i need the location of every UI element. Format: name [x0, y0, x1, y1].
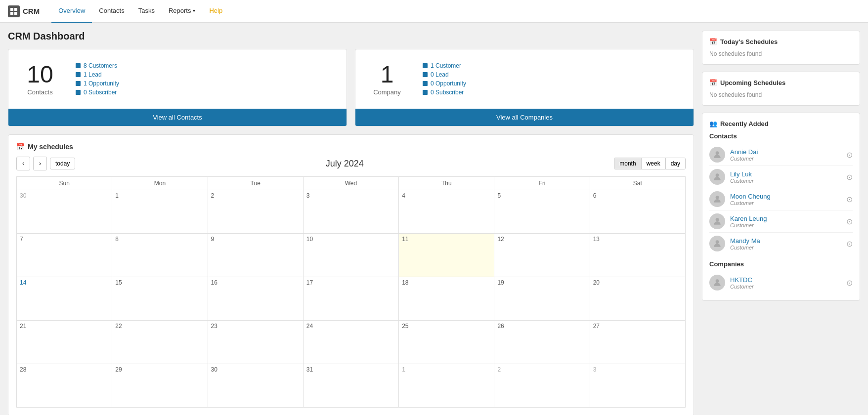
- view-all-companies-button[interactable]: View all Companies: [355, 109, 694, 126]
- nav-help[interactable]: Help: [202, 0, 229, 23]
- day-num: 31: [306, 366, 313, 373]
- svg-rect-3: [14, 12, 17, 15]
- calendar-day-w1d4[interactable]: 11: [399, 234, 494, 277]
- calendar-day-w1d6[interactable]: 13: [590, 234, 685, 277]
- calendar-card: 📅 My schedules ‹ › today July 2024 month…: [8, 134, 694, 415]
- calendar-day-w2d0[interactable]: 14: [17, 277, 112, 321]
- upcoming-schedules-empty: No schedules found: [709, 91, 853, 98]
- contact-item-1[interactable]: Lily Luk Customer ⊙: [709, 166, 853, 188]
- calendar-day-w3d4[interactable]: 25: [399, 321, 494, 364]
- calendar-day-w2d3[interactable]: 17: [303, 277, 398, 321]
- calendar-day-w1d2[interactable]: 9: [208, 234, 303, 277]
- calendar-day-w3d6[interactable]: 27: [590, 321, 685, 364]
- weekday-mon: Mon: [112, 177, 208, 190]
- companies-breakdown-0: 1 Customer: [423, 62, 466, 69]
- calendar-day-w0d3[interactable]: 3: [303, 190, 398, 234]
- contact-info-3: Karen Leung Customer: [730, 215, 846, 228]
- calendar-day-w2d4[interactable]: 18: [399, 277, 494, 321]
- companies-number-block: 1 Company: [367, 63, 407, 96]
- calendar-day-w0d4[interactable]: 4: [399, 190, 494, 234]
- dot-1: [76, 72, 81, 77]
- calendar-day-w0d0[interactable]: 30: [17, 190, 112, 234]
- calendar-day-w2d6[interactable]: 20: [590, 277, 685, 321]
- contacts-breakdown: 8 Customers 1 Lead 1 Opportunity 0: [76, 62, 119, 96]
- calendar-day-w4d6[interactable]: 3: [590, 364, 685, 408]
- calendar-day-w1d0[interactable]: 7: [17, 234, 112, 277]
- co-dot-1: [423, 72, 428, 77]
- calendar-day-w3d5[interactable]: 26: [494, 321, 590, 364]
- calendar-day-w0d5[interactable]: 5: [494, 190, 590, 234]
- company-action-0[interactable]: ⊙: [846, 278, 853, 288]
- cal-view-day[interactable]: day: [666, 158, 685, 169]
- cal-nav-group: ‹ › today: [16, 157, 75, 170]
- contact-action-3[interactable]: ⊙: [846, 217, 853, 226]
- cal-view-week[interactable]: week: [642, 158, 666, 169]
- calendar-day-w0d6[interactable]: 6: [590, 190, 685, 234]
- day-num: 28: [20, 366, 26, 373]
- cal-today-button[interactable]: today: [50, 158, 75, 169]
- calendar-day-w3d3[interactable]: 24: [303, 321, 398, 364]
- calendar-day-w4d5[interactable]: 2: [494, 364, 590, 408]
- companies-section-label: Companies: [709, 260, 853, 268]
- contact-item-4[interactable]: Mandy Ma Customer ⊙: [709, 233, 853, 254]
- co-dot-2: [423, 81, 428, 86]
- contact-action-1[interactable]: ⊙: [846, 172, 853, 182]
- calendar-day-w3d1[interactable]: 22: [112, 321, 208, 364]
- contact-action-2[interactable]: ⊙: [846, 195, 853, 204]
- svg-point-5: [716, 173, 719, 177]
- nav-tasks[interactable]: Tasks: [131, 0, 162, 23]
- calendar-day-w2d5[interactable]: 19: [494, 277, 590, 321]
- calendar-day-w1d3[interactable]: 10: [303, 234, 398, 277]
- companies-card: 1 Company 1 Customer 0 Lead: [355, 49, 694, 126]
- calendar-day-w4d1[interactable]: 29: [112, 364, 208, 408]
- calendar-day-w1d1[interactable]: 8: [112, 234, 208, 277]
- avatar-1: [709, 169, 725, 185]
- cal-view-month[interactable]: month: [614, 158, 641, 169]
- calendar-day-w0d2[interactable]: 2: [208, 190, 303, 234]
- calendar-day-w4d2[interactable]: 30: [208, 364, 303, 408]
- contact-item-2[interactable]: Moon Cheung Customer ⊙: [709, 188, 853, 210]
- calendar-day-w3d0[interactable]: 21: [17, 321, 112, 364]
- calendar-day-w0d1[interactable]: 1: [112, 190, 208, 234]
- avatar-2: [709, 191, 725, 207]
- contact-action-0[interactable]: ⊙: [846, 150, 853, 160]
- calendar-weekday-row: Sun Mon Tue Wed Thu Fri Sat: [17, 177, 686, 190]
- contacts-breakdown-3: 0 Subscriber: [76, 89, 119, 96]
- calendar-day-w2d2[interactable]: 16: [208, 277, 303, 321]
- calendar-day-w2d1[interactable]: 15: [112, 277, 208, 321]
- day-num: 26: [497, 323, 504, 330]
- companies-label: Company: [367, 88, 407, 96]
- cal-prev-button[interactable]: ‹: [16, 157, 30, 170]
- company-item-0[interactable]: HKTDC Customer ⊙: [709, 272, 853, 293]
- day-num: 5: [497, 192, 501, 199]
- nav-overview[interactable]: Overview: [51, 0, 92, 23]
- view-all-contacts-button[interactable]: View all Contacts: [8, 109, 347, 126]
- contact-type-4: Customer: [730, 245, 846, 250]
- calendar-day-w3d2[interactable]: 23: [208, 321, 303, 364]
- nav-contacts[interactable]: Contacts: [92, 0, 131, 23]
- contact-info-0: Annie Dai Customer: [730, 148, 846, 162]
- contacts-breakdown-1: 1 Lead: [76, 71, 119, 78]
- cal-next-button[interactable]: ›: [33, 157, 47, 170]
- calendar-day-w4d0[interactable]: 28: [17, 364, 112, 408]
- company-name-0: HKTDC: [730, 276, 846, 284]
- calendar-day-w4d3[interactable]: 31: [303, 364, 398, 408]
- day-num: 22: [115, 323, 122, 330]
- contact-action-4[interactable]: ⊙: [846, 239, 853, 249]
- contact-item-0[interactable]: Annie Dai Customer ⊙: [709, 144, 853, 166]
- weekday-tue: Tue: [208, 177, 303, 190]
- weekday-sun: Sun: [17, 177, 112, 190]
- contact-item-3[interactable]: Karen Leung Customer ⊙: [709, 210, 853, 233]
- avatar-3: [709, 213, 725, 229]
- calendar-day-w1d5[interactable]: 12: [494, 234, 590, 277]
- day-num: 1: [115, 192, 119, 199]
- contact-info-4: Mandy Ma Customer: [730, 237, 846, 250]
- contacts-number-block: 10 Contacts: [20, 63, 60, 96]
- contact-type-0: Customer: [730, 156, 846, 162]
- brand: CRM: [8, 5, 40, 17]
- calendar-month-title: July 2024: [326, 159, 364, 169]
- day-num: 29: [115, 366, 122, 373]
- calendar-day-w4d4[interactable]: 1: [399, 364, 494, 408]
- nav-reports[interactable]: Reports ▾: [162, 0, 203, 23]
- left-panel: CRM Dashboard 10 Contacts 8 Customers: [8, 31, 694, 415]
